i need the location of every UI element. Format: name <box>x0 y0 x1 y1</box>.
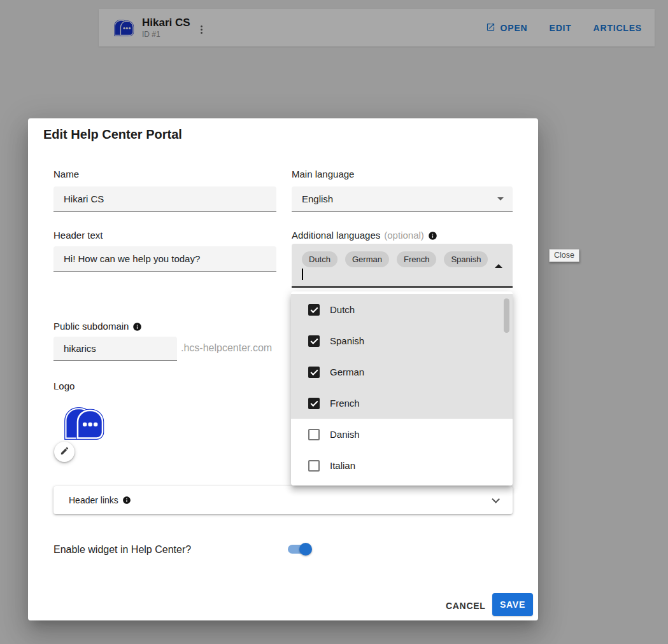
info-icon[interactable] <box>428 231 437 241</box>
header-links-panel[interactable]: Header links <box>53 486 513 514</box>
main-language-label: Main language <box>292 168 354 181</box>
name-input[interactable] <box>53 186 276 212</box>
enable-widget-label: Enable widget in Help Center? <box>53 543 191 556</box>
cancel-button[interactable]: CANCEL <box>441 594 491 617</box>
subdomain-suffix: .hcs-helpcenter.com <box>181 342 272 354</box>
close-tooltip: Close <box>549 249 579 262</box>
header-links-label: Header links <box>69 495 131 505</box>
option-label: Spanish <box>330 335 364 346</box>
language-chip[interactable]: German <box>345 251 389 267</box>
additional-languages-multiselect[interactable]: Dutch German French Spanish <box>292 244 513 288</box>
option-label: Danish <box>330 429 360 440</box>
header-text-label: Header text <box>53 229 103 242</box>
option-italian[interactable]: Italian <box>291 450 513 481</box>
name-label: Name <box>53 168 79 181</box>
optional-hint: (optional) <box>384 229 424 242</box>
dialog-title: Edit Help Center Portal <box>43 127 182 142</box>
edit-help-center-dialog: Edit Help Center Portal Name Main langua… <box>28 118 538 620</box>
portal-logo-image <box>62 406 106 442</box>
text-caret <box>302 269 303 280</box>
public-subdomain-label: Public subdomain <box>53 320 142 333</box>
header-links-label-text: Header links <box>69 495 118 505</box>
option-dutch[interactable]: Dutch <box>291 294 513 325</box>
edit-logo-button[interactable] <box>54 442 75 462</box>
checkbox-icon <box>308 304 320 316</box>
language-chip[interactable]: Spanish <box>444 251 488 267</box>
public-subdomain-input[interactable] <box>53 337 177 361</box>
option-french[interactable]: French <box>291 388 513 419</box>
option-label: German <box>330 367 364 377</box>
checkbox-icon <box>308 460 320 472</box>
chevron-up-icon[interactable] <box>495 264 502 268</box>
header-text-input[interactable] <box>53 246 276 272</box>
option-spanish[interactable]: Spanish <box>291 325 513 356</box>
option-german[interactable]: German <box>291 356 513 388</box>
enable-widget-toggle[interactable] <box>288 543 312 556</box>
language-chip[interactable]: Dutch <box>302 251 338 267</box>
additional-languages-label: Additional languages (optional) <box>292 229 437 242</box>
option-danish[interactable]: Danish <box>291 419 513 450</box>
dropdown-scrollbar[interactable] <box>504 298 509 333</box>
language-options-dropdown: Dutch Spanish German French Danish Itali… <box>291 291 513 486</box>
option-label: Italian <box>330 460 355 471</box>
info-icon[interactable] <box>122 496 131 505</box>
main-language-value: English <box>302 193 497 204</box>
language-chip[interactable]: French <box>397 251 436 267</box>
chevron-down-icon <box>492 495 500 503</box>
checkbox-icon <box>308 429 320 440</box>
additional-languages-label-text: Additional languages <box>292 229 380 242</box>
save-button[interactable]: SAVE <box>492 593 533 616</box>
main-language-select[interactable]: English <box>292 186 513 212</box>
public-subdomain-label-text: Public subdomain <box>53 320 129 333</box>
toggle-thumb <box>299 543 312 556</box>
pencil-icon <box>60 446 69 458</box>
selected-language-chips: Dutch German French Spanish <box>302 251 488 267</box>
info-icon[interactable] <box>132 322 142 332</box>
option-label: Dutch <box>330 304 355 315</box>
logo-label: Logo <box>53 380 75 393</box>
option-label: French <box>330 398 360 409</box>
checkbox-icon <box>308 367 320 378</box>
chevron-down-icon <box>497 197 504 200</box>
checkbox-icon <box>308 335 320 347</box>
checkbox-icon <box>308 398 320 409</box>
